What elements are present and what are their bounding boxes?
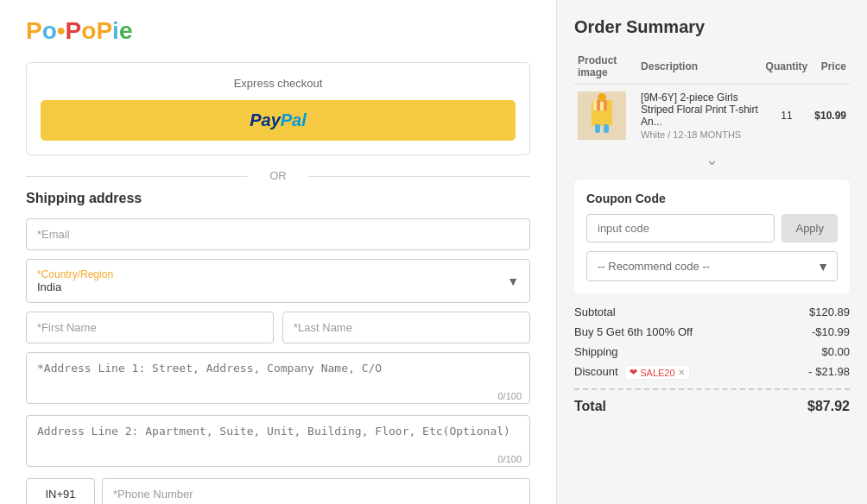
subtotal-row: Subtotal $120.89 [574,306,850,318]
svg-point-8 [598,93,606,102]
discount-row: Discount ❤ SALE20 ✕ - $21.98 [574,365,850,380]
logo-dot: • [57,17,66,44]
phone-input[interactable] [102,478,530,504]
recommend-select[interactable]: -- Recommend code -- [586,251,838,281]
discount-value: - $21.98 [808,365,850,380]
address1-input[interactable] [26,352,530,404]
shipping-label: Shipping [574,345,618,358]
logo-p2: P [66,17,82,44]
col-price: Price [811,49,850,85]
col-quantity: Quantity [763,49,812,85]
logo-i: i [112,17,119,44]
logo-o2: o [81,17,96,44]
logo-p1: P [26,17,42,44]
svg-rect-7 [604,124,609,133]
svg-rect-6 [595,124,600,133]
country-field-group: *Country/Region India ▼ [26,259,530,303]
coupon-section: Coupon Code Apply -- Recommend code -- ▼ [574,180,850,293]
product-price: $10.99 [811,85,850,148]
address1-char-count: 0/100 [497,391,522,401]
right-panel: Order Summary Product image Description … [556,0,867,504]
apply-button[interactable]: Apply [782,214,838,243]
remove-discount-icon[interactable]: ✕ [678,368,685,377]
shipping-row: Shipping $0.00 [574,345,850,358]
total-label: Total [574,399,606,414]
paypal-pay: Pay [250,110,281,130]
phone-group: IN+91 [26,478,530,504]
logo: Po•PoPie [26,17,530,45]
country-select-wrapper: *Country/Region India ▼ [26,259,530,303]
paypal-button[interactable]: PayPal [41,100,516,141]
country-chevron-icon: ▼ [507,274,519,288]
col-product-image: Product image [574,49,637,85]
order-summary-title: Order Summary [574,17,850,37]
email-field-group [26,218,530,250]
total-value: $87.92 [807,399,850,414]
subtotal-value: $120.89 [809,306,850,318]
promo-discount-label: Buy 5 Get 6th 100% Off [574,325,693,338]
product-image-svg [578,91,626,140]
heart-icon: ❤ [630,367,637,378]
coupon-row: Apply [586,214,838,243]
logo-e: e [119,17,133,44]
last-name-input[interactable] [282,312,530,343]
logo-p3: P [96,17,112,44]
total-divider [574,388,850,390]
or-divider: OR [26,169,530,182]
recommend-select-wrapper: -- Recommend code -- ▼ [586,251,838,281]
country-label: *Country/Region [27,260,529,280]
scroll-down-indicator: ⌄ [574,150,850,169]
email-input[interactable] [26,218,530,250]
logo-o1: o [42,17,57,44]
name-row [26,312,530,352]
express-checkout-box: Express checkout PayPal [26,62,530,155]
coupon-input[interactable] [586,214,775,243]
coupon-title: Coupon Code [586,192,838,205]
express-checkout-label: Express checkout [41,77,516,90]
badge-code: SALE20 [640,368,674,378]
address2-input[interactable] [26,415,530,467]
svg-rect-3 [597,100,600,110]
last-name-group [282,312,530,343]
svg-rect-2 [593,100,597,110]
paypal-pal: Pal [281,110,307,130]
product-row: [9M-6Y] 2-piece Girls Striped Floral Pri… [574,85,850,148]
first-name-group [26,312,274,343]
total-row: Total $87.92 [574,399,850,414]
shipping-address-title: Shipping address [26,191,530,206]
product-table: Product image Description Quantity Price [574,49,850,147]
product-image [578,91,626,140]
product-quantity: 11 [763,85,812,148]
subtotal-label: Subtotal [574,306,616,318]
discount-label: Discount ❤ SALE20 ✕ [574,365,690,380]
address2-char-count: 0/100 [497,454,522,464]
svg-rect-5 [604,100,607,110]
promo-discount-row: Buy 5 Get 6th 100% Off -$10.99 [574,325,850,338]
product-description: [9M-6Y] 2-piece Girls Striped Floral Pri… [637,85,763,148]
address2-group: 0/100 [26,415,530,469]
phone-prefix: IN+91 [26,478,95,504]
discount-badge: ❤ SALE20 ✕ [624,365,689,380]
shipping-value: $0.00 [821,345,850,358]
country-value: India [27,280,529,302]
promo-discount-value: -$10.99 [812,325,850,338]
col-description: Description [637,49,763,85]
address1-group: 0/100 [26,352,530,406]
price-breakdown: Subtotal $120.89 Buy 5 Get 6th 100% Off … [574,306,850,414]
first-name-input[interactable] [26,312,274,343]
